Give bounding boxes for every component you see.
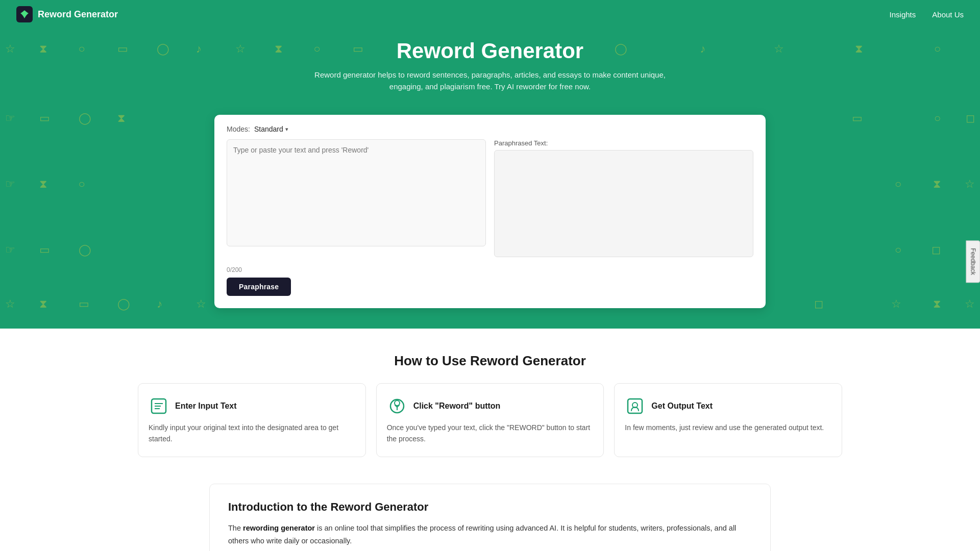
bg-icon: ◯ — [79, 244, 91, 256]
hero-title: Reword Generator — [10, 39, 970, 63]
bg-icon: ☞ — [5, 179, 15, 190]
paraphrase-button[interactable]: Paraphrase — [227, 278, 291, 296]
bg-icon: ○ — [79, 179, 85, 190]
step-2-icon — [387, 396, 407, 416]
step-card-3: Get Output Text In few moments, just rev… — [614, 383, 842, 457]
bg-icon: ☆ — [196, 298, 206, 310]
tool-card: Modes: Standard ▾ Paraphrased Text: 0/20… — [214, 115, 766, 308]
svg-rect-7 — [628, 399, 642, 413]
bg-icon: ⧗ — [39, 298, 47, 310]
step-1-icon-row: Enter Input Text — [149, 396, 355, 416]
step-2-icon-row: Click "Reword" button — [387, 396, 594, 416]
current-count: 0 — [227, 266, 230, 273]
bg-icon: ○ — [895, 179, 901, 190]
step-3-icon — [625, 396, 645, 416]
step-3-title: Get Output Text — [651, 402, 713, 411]
intro-bold-1: rewording generator — [243, 524, 315, 532]
step-1-title: Enter Input Text — [175, 402, 237, 411]
selected-mode: Standard — [254, 125, 283, 133]
step-3-desc: In few moments, just review and use the … — [625, 422, 831, 434]
text-areas: Paraphrased Text: — [227, 139, 753, 257]
feedback-tab[interactable]: Feedback — [966, 240, 980, 283]
bg-icon: ☆ — [5, 298, 15, 310]
how-to-title: How to Use Reword Generator — [16, 353, 964, 369]
intro-section: Introduction to the Reword Generator The… — [209, 484, 771, 551]
input-area-wrap — [227, 139, 486, 257]
bg-icon: ⧗ — [933, 298, 941, 310]
step-3-icon-row: Get Output Text — [625, 396, 831, 416]
hero-content: Reword Generator Reword generator helps … — [0, 39, 980, 115]
input-textarea[interactable] — [227, 139, 486, 246]
bg-icon: ◻ — [814, 298, 823, 310]
bg-icon: ○ — [895, 244, 901, 256]
feedback-label: Feedback — [970, 248, 977, 275]
step-2-title: Click "Reword" button — [413, 402, 501, 411]
step-2-desc: Once you've typed your text, click the "… — [387, 422, 594, 444]
bg-icon: ⧗ — [933, 179, 941, 190]
bg-icon: ♪ — [157, 298, 162, 310]
nav-about-us[interactable]: About Us — [932, 10, 964, 19]
chevron-down-icon: ▾ — [285, 126, 288, 133]
logo-icon — [16, 6, 33, 22]
output-label: Paraphrased Text: — [494, 139, 753, 147]
step-card-2: Click "Reword" button Once you've typed … — [376, 383, 604, 457]
header: Reword Generator Insights About Us — [0, 0, 980, 29]
bg-icon: ☆ — [965, 179, 975, 190]
bg-icon: ☆ — [965, 298, 975, 310]
bg-icon: ☆ — [891, 298, 901, 310]
bg-icon: ⧗ — [39, 179, 47, 190]
char-count: 0/200 — [227, 264, 753, 276]
logo-text: Reword Generator — [38, 9, 118, 20]
intro-para-1: The rewording generator is an online too… — [228, 522, 752, 547]
bg-icon: ☞ — [5, 244, 15, 256]
logo-area: Reword Generator — [16, 6, 118, 22]
bg-icon: ◯ — [117, 298, 130, 310]
steps-grid: Enter Input Text Kindly input your origi… — [138, 383, 842, 457]
char-limit: /200 — [230, 266, 242, 273]
modes-label: Modes: — [227, 125, 250, 133]
step-1-icon — [149, 396, 169, 416]
how-to-section: How to Use Reword Generator Enter Input … — [0, 329, 980, 473]
bg-icon: ▭ — [79, 298, 89, 310]
step-card-1: Enter Input Text Kindly input your origi… — [138, 383, 366, 457]
output-area-wrap: Paraphrased Text: — [494, 139, 753, 257]
bg-icon: ◻ — [932, 244, 941, 256]
nav-links: Insights About Us — [890, 10, 964, 19]
nav-insights[interactable]: Insights — [890, 10, 916, 19]
hero-subtitle: Reword generator helps to reword sentenc… — [311, 69, 669, 92]
hero-section: ☆ ⧗ ○ ▭ ◯ ♪ ☆ ⧗ ○ ▭ ◯ ♪ ☆ ⧗ ○ ☞ ▭ ◯ ⧗ ▭ … — [0, 29, 980, 329]
bg-icon: ▭ — [39, 244, 50, 256]
intro-wrapper: Introduction to the Reword Generator The… — [0, 484, 980, 551]
modes-row: Modes: Standard ▾ — [227, 125, 753, 133]
intro-title: Introduction to the Reword Generator — [228, 500, 752, 514]
output-textarea — [494, 150, 753, 257]
mode-dropdown[interactable]: Standard ▾ — [254, 125, 288, 133]
step-1-desc: Kindly input your original text into the… — [149, 422, 355, 444]
